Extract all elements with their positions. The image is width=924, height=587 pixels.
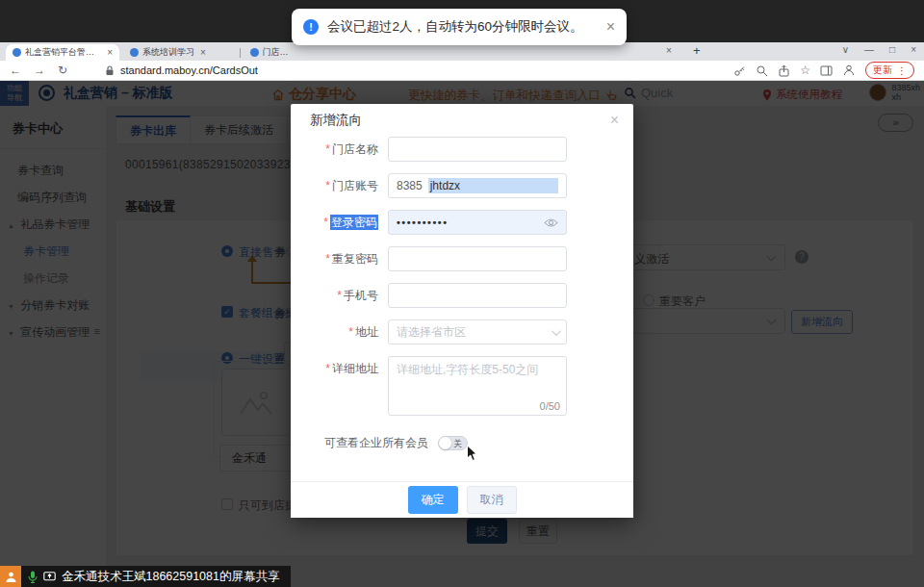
site-favicon-icon [130, 48, 139, 57]
addressbar-actions: ☆ 更新 ⋮ [733, 62, 914, 79]
tab-title: 门店管理中心 [263, 46, 294, 59]
account-prefix: 8385 [397, 179, 423, 192]
tab-title: 礼盒营销平台管理中心 [25, 46, 101, 59]
update-label: 更新 [873, 64, 892, 77]
repeat-password-label: *重复密码 [295, 251, 388, 268]
info-icon: ! [303, 19, 319, 35]
screen-share-icon [43, 572, 56, 582]
field-row-store-name: *门店名称 [295, 137, 633, 162]
label-text: 地址 [355, 325, 378, 339]
modal-title: 新增流向 [310, 112, 362, 129]
toast-close-icon[interactable]: × [606, 19, 615, 35]
url-text: standard.maboy.cn/CardsOut [120, 64, 258, 76]
mouse-cursor [466, 445, 477, 466]
store-name-input[interactable] [388, 137, 567, 162]
bookmark-star-icon[interactable]: ☆ [800, 64, 810, 77]
screen: 礼盒营销平台管理中心 × 系统培训学习 × 门店管理中心 × + ∨ — □ ×… [0, 0, 924, 587]
tab-title: 系统培训学习 [142, 46, 194, 59]
share-bar-body: 金禾通技术王斌18662591081的屏幕共享 [21, 566, 291, 587]
eye-icon [544, 217, 558, 228]
confirm-button[interactable]: 确定 [408, 486, 458, 514]
site-favicon-icon [250, 48, 259, 57]
member-visibility-label: 可查看企业所有会员 [324, 435, 428, 451]
tab-close-icon[interactable]: × [200, 47, 206, 58]
required-mark: * [325, 142, 330, 156]
chrome-update-button[interactable]: 更新 ⋮ [865, 62, 914, 79]
store-account-label: *门店账号 [295, 178, 388, 194]
restore-icon[interactable]: □ [889, 44, 895, 55]
password-key-icon[interactable] [733, 64, 746, 77]
tab-close-icon[interactable]: × [107, 47, 113, 58]
char-counter: 0/50 [540, 400, 560, 412]
required-mark: * [323, 216, 328, 229]
detail-address-wrap: 0/50 [388, 356, 567, 420]
tab-separator [240, 48, 241, 58]
modal-footer: 确定 取消 [291, 481, 633, 518]
minimize-icon[interactable]: — [864, 44, 874, 55]
address-placeholder: 请选择省市区 [397, 324, 466, 341]
share-icon[interactable] [778, 64, 790, 77]
close-window-icon[interactable]: × [911, 44, 916, 55]
field-row-detail-address: *详细地址 0/50 [295, 356, 633, 420]
address-select[interactable]: 请选择省市区 [388, 319, 567, 345]
repeat-password-input[interactable] [388, 246, 567, 271]
member-visibility-toggle[interactable]: 关 [438, 436, 468, 450]
microphone-icon [28, 571, 38, 583]
label-text: 重复密码 [332, 252, 378, 266]
browser-menu-icon[interactable]: ∨ [842, 44, 849, 55]
kebab-menu-icon[interactable]: ⋮ [897, 65, 907, 76]
phone-input[interactable] [388, 283, 567, 308]
site-favicon-icon [13, 48, 21, 57]
label-text: 手机号 [344, 289, 378, 302]
chevron-down-icon [552, 326, 561, 336]
detail-address-label: *详细地址 [295, 356, 388, 377]
password-label: *登录密码 [295, 215, 388, 231]
required-mark: * [325, 179, 330, 192]
person-icon [5, 571, 17, 583]
store-account-input[interactable]: 8385 jhtdzx [388, 173, 567, 198]
modal-header: 新增流向 × [291, 104, 633, 137]
zoom-icon[interactable] [756, 64, 768, 77]
field-row-phone: *手机号 [295, 283, 633, 308]
member-visibility-row: 可查看企业所有会员 关 [324, 435, 633, 451]
share-bar-text: 金禾通技术王斌18662591081的屏幕共享 [62, 569, 279, 585]
account-value-selected: jhtdzx [428, 178, 558, 193]
field-row-address: *地址 请选择省市区 [295, 319, 633, 345]
window-controls: ∨ — □ × [842, 44, 916, 55]
field-row-repeat-password: *重复密码 [295, 246, 633, 271]
browser-tab-1[interactable]: 礼盒营销平台管理中心 × [6, 44, 119, 61]
profile-icon[interactable] [842, 64, 856, 77]
password-dots: •••••••••• [397, 217, 449, 228]
address-bar: ← → ↻ standard.maboy.cn/CardsOut ☆ 更新 ⋮ [0, 61, 924, 81]
required-mark: * [325, 362, 330, 375]
sharer-avatar-icon [0, 566, 21, 587]
required-mark: * [325, 252, 330, 266]
new-tab-button[interactable]: + [693, 43, 701, 58]
label-text: 门店名称 [332, 142, 378, 156]
screen-share-bar: 金禾通技术王斌18662591081的屏幕共享 [0, 566, 291, 587]
back-icon[interactable]: ← [10, 64, 21, 76]
browser-tab-2[interactable]: 系统培训学习 × [123, 44, 233, 61]
browser-tab-3[interactable]: 门店管理中心 [233, 44, 300, 61]
cancel-button[interactable]: 取消 [467, 486, 517, 514]
field-row-password: *登录密码 •••••••••• [295, 210, 633, 235]
store-name-label: *门店名称 [295, 141, 388, 158]
add-flow-modal: 新增流向 × *门店名称 *门店账号 8385 jhtdzx *登录密码 •••… [291, 104, 633, 518]
toggle-state-text: 关 [453, 437, 462, 450]
label-text-selected: 登录密码 [330, 215, 378, 230]
toggle-password-visibility[interactable] [544, 217, 558, 228]
label-text: 门店账号 [332, 179, 378, 192]
lock-icon [105, 65, 115, 76]
forward-icon[interactable]: → [34, 64, 45, 76]
url-field[interactable]: standard.maboy.cn/CardsOut [105, 64, 258, 76]
modal-close-icon[interactable]: × [610, 113, 619, 128]
required-mark: * [348, 325, 353, 339]
meeting-toast: ! 会议已超过2人，自动转为60分钟限时会议。 × [292, 9, 627, 45]
tab-close-icon[interactable]: × [666, 45, 672, 56]
side-panel-icon[interactable] [820, 64, 833, 77]
field-row-store-account: *门店账号 8385 jhtdzx [295, 173, 633, 198]
toggle-knob [439, 437, 451, 449]
label-text: 详细地址 [332, 362, 378, 375]
password-input[interactable]: •••••••••• [388, 210, 567, 235]
reload-icon[interactable]: ↻ [58, 64, 67, 76]
